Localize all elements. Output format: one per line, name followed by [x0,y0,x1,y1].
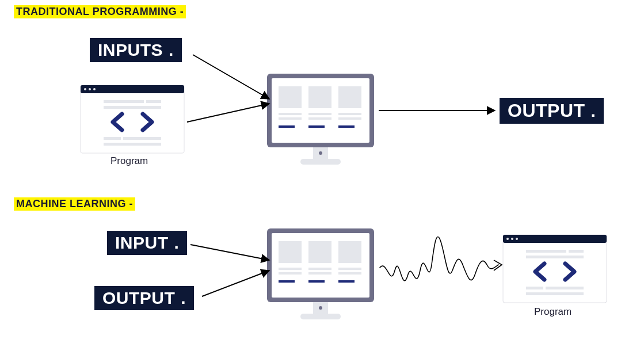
svg-rect-15 [338,86,361,108]
svg-rect-57 [546,287,584,289]
input-label-bottom: INPUT [115,233,169,253]
section-heading-ml: MACHINE LEARNING - [14,197,135,211]
svg-rect-58 [526,292,584,295]
svg-rect-45 [313,302,328,314]
svg-rect-36 [279,268,302,270]
code-window-icon-right [503,235,607,303]
svg-rect-43 [308,280,325,283]
svg-rect-53 [526,250,566,253]
input-box-bottom: INPUT . [107,231,187,255]
svg-rect-13 [279,86,302,108]
svg-rect-37 [279,272,302,275]
svg-rect-48 [503,235,607,303]
svg-point-52 [516,238,518,240]
svg-rect-39 [308,272,331,275]
svg-rect-23 [308,125,325,128]
svg-rect-40 [338,268,361,270]
svg-rect-26 [300,159,341,165]
svg-rect-42 [279,280,295,283]
svg-point-50 [506,238,509,240]
svg-rect-24 [338,125,355,128]
svg-point-2 [84,88,86,90]
svg-rect-22 [279,125,295,128]
svg-rect-25 [313,147,328,159]
svg-rect-16 [279,113,302,115]
svg-rect-32 [272,233,369,298]
svg-rect-18 [308,113,331,115]
input-dot-bottom: . [174,233,180,253]
svg-point-27 [319,151,322,155]
computer-icon-top [267,74,374,165]
inputs-box: INPUTS . [90,38,182,62]
svg-rect-0 [81,85,184,153]
svg-rect-41 [338,272,361,275]
svg-rect-7 [104,106,161,109]
svg-rect-1 [81,85,184,93]
svg-rect-55 [526,256,584,258]
svg-point-51 [511,238,513,240]
svg-rect-46 [300,314,341,319]
svg-rect-8 [104,137,121,140]
svg-rect-35 [338,241,361,263]
svg-point-47 [319,306,322,310]
program-caption-bottom: Program [534,306,571,318]
svg-line-29 [187,104,269,122]
svg-rect-19 [308,117,331,120]
svg-rect-31 [267,228,374,302]
output-dot-top: . [591,101,596,121]
svg-rect-49 [503,235,607,243]
svg-rect-21 [338,117,361,120]
inputs-label: INPUTS [98,40,163,60]
output-box-top: OUTPUT . [500,98,604,124]
svg-rect-20 [338,113,361,115]
output-box-bottom: OUTPUT . [94,286,194,310]
svg-line-28 [193,55,269,99]
svg-rect-10 [104,143,161,146]
svg-rect-5 [104,100,144,103]
svg-rect-11 [267,74,374,147]
svg-rect-56 [526,287,543,289]
computer-icon-bottom [267,228,374,319]
output-dot-bottom: . [181,288,186,308]
wavy-arrow-icon [380,237,498,280]
output-label-bottom: OUTPUT [102,288,175,308]
svg-line-60 [202,270,269,296]
svg-rect-6 [146,100,161,103]
svg-rect-54 [569,250,584,253]
svg-rect-17 [279,117,302,120]
svg-rect-14 [308,86,331,108]
svg-rect-33 [279,241,302,263]
svg-rect-38 [308,268,331,270]
output-label-top: OUTPUT [508,100,585,121]
svg-rect-34 [308,241,331,263]
svg-rect-44 [338,280,355,283]
svg-rect-12 [272,78,369,143]
svg-line-59 [190,245,269,260]
inputs-dot: . [169,40,174,60]
svg-point-4 [93,88,96,90]
code-window-icon [81,85,184,153]
program-caption-top: Program [110,155,148,167]
section-heading-traditional: TRADITIONAL PROGRAMMING - [14,5,186,18]
svg-rect-9 [123,137,161,140]
svg-point-3 [89,88,91,90]
